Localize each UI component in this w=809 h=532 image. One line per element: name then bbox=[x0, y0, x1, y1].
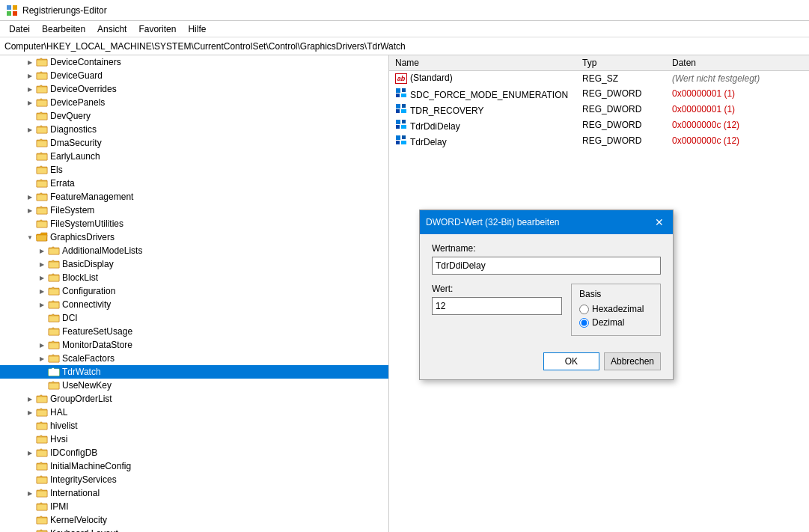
tree-label-BasicDisplay: BasicDisplay bbox=[62, 259, 114, 269]
expand-btn-DeviceOverrides[interactable] bbox=[24, 83, 36, 95]
tree-panel[interactable]: DeviceContainersDeviceGuardDeviceOverrid… bbox=[0, 55, 389, 532]
menu-hilfe[interactable]: Hilfe bbox=[182, 22, 212, 36]
svg-rect-8 bbox=[396, 104, 400, 108]
tree-item-Connectivity[interactable]: Connectivity bbox=[0, 298, 388, 311]
expand-btn-Diagnostics[interactable] bbox=[24, 123, 36, 135]
tree-item-ScaleFactors[interactable]: ScaleFactors bbox=[0, 352, 388, 365]
expand-btn-AdditionalModeLists[interactable] bbox=[36, 245, 48, 257]
tree-item-FeatureSetUsage[interactable]: FeatureSetUsage bbox=[0, 325, 388, 338]
tree-item-GraphicsDrivers[interactable]: GraphicsDrivers bbox=[0, 230, 388, 244]
tree-item-GroupOrderList[interactable]: GroupOrderList bbox=[0, 392, 388, 406]
expand-btn-DeviceContainers[interactable] bbox=[24, 56, 36, 68]
wertname-input[interactable] bbox=[432, 257, 661, 275]
tree-label-ScaleFactors: ScaleFactors bbox=[62, 353, 115, 364]
value-type: REG_SZ bbox=[576, 71, 666, 86]
radio-dec[interactable]: Dezimal bbox=[579, 317, 653, 328]
tree-item-IDConfigDB[interactable]: IDConfigDB bbox=[0, 446, 388, 459]
value-type: REG_DWORD bbox=[576, 133, 666, 149]
tree-item-FeatureManagement[interactable]: FeatureManagement bbox=[0, 190, 388, 204]
expand-btn-HAL[interactable] bbox=[24, 406, 36, 418]
expand-btn-BasicDisplay[interactable] bbox=[36, 258, 48, 270]
expand-btn-Configuration[interactable] bbox=[36, 285, 48, 297]
tree-item-hivelist[interactable]: hivelist bbox=[0, 419, 388, 432]
tree-item-Diagnostics[interactable]: Diagnostics bbox=[0, 123, 388, 136]
expand-btn-KeyboardLayout[interactable] bbox=[24, 528, 36, 532]
tree-label-BlockList: BlockList bbox=[62, 272, 98, 283]
cancel-button[interactable]: Abbrechen bbox=[604, 352, 661, 370]
tree-item-DeviceGuard[interactable]: DeviceGuard bbox=[0, 69, 388, 82]
tree-item-DeviceContainers[interactable]: DeviceContainers bbox=[0, 55, 388, 69]
table-row[interactable]: SDC_FORCE_MODE_ENUMERATIONREG_DWORD0x000… bbox=[389, 86, 809, 102]
table-row[interactable]: TdrDelayREG_DWORD0x0000000c (12) bbox=[389, 133, 809, 149]
tree-item-DevicePanels[interactable]: DevicePanels bbox=[0, 96, 388, 109]
tree-item-DeviceOverrides[interactable]: DeviceOverrides bbox=[0, 82, 388, 96]
radio-hex[interactable]: Hexadezimal bbox=[579, 304, 653, 314]
tree-item-International[interactable]: International bbox=[0, 486, 388, 500]
ok-button[interactable]: OK bbox=[543, 352, 599, 370]
tree-item-KernelVelocity[interactable]: KernelVelocity bbox=[0, 513, 388, 527]
tree-item-BlockList[interactable]: BlockList bbox=[0, 271, 388, 284]
tree-item-EarlyLaunch[interactable]: EarlyLaunch bbox=[0, 150, 388, 163]
app-title: Registrierungs-Editor bbox=[22, 5, 107, 16]
tree-item-DevQuery[interactable]: DevQuery bbox=[0, 109, 388, 123]
expand-btn-MonitorDataStore[interactable] bbox=[36, 339, 48, 351]
folder-icon-DeviceOverrides bbox=[36, 84, 48, 94]
svg-rect-19 bbox=[401, 141, 406, 144]
table-row[interactable]: TdrDdiDelayREG_DWORD0x0000000c (12) bbox=[389, 117, 809, 133]
expand-btn-ScaleFactors[interactable] bbox=[36, 352, 48, 364]
tree-item-FileSystemUtilities[interactable]: FileSystemUtilities bbox=[0, 217, 388, 230]
folder-icon-IDConfigDB bbox=[36, 447, 48, 458]
expand-btn-GraphicsDrivers[interactable] bbox=[24, 231, 36, 243]
tree-item-Configuration[interactable]: Configuration bbox=[0, 284, 388, 298]
tree-item-BasicDisplay[interactable]: BasicDisplay bbox=[0, 257, 388, 271]
menu-datei[interactable]: Datei bbox=[3, 22, 36, 36]
dialog-content: Wertname: Wert: Basis Hexadezimal Dezima… bbox=[420, 234, 673, 379]
svg-rect-6 bbox=[396, 94, 400, 97]
menu-ansicht[interactable]: Ansicht bbox=[91, 22, 132, 36]
folder-icon-UseNewKey bbox=[48, 380, 60, 391]
expand-btn-BlockList[interactable] bbox=[36, 272, 48, 284]
wert-input[interactable] bbox=[432, 297, 562, 315]
tree-label-Configuration: Configuration bbox=[62, 286, 115, 296]
tree-item-HAL[interactable]: HAL bbox=[0, 406, 388, 419]
menu-favoriten[interactable]: Favoriten bbox=[132, 22, 182, 36]
value-data: 0x00000001 (1) bbox=[666, 102, 809, 117]
expand-btn-IDConfigDB[interactable] bbox=[24, 447, 36, 459]
tree-item-InitialMachineConfig[interactable]: InitialMachineConfig bbox=[0, 459, 388, 473]
folder-icon-ScaleFactors bbox=[48, 353, 60, 364]
tree-item-KeyboardLayout[interactable]: Keyboard Layout bbox=[0, 527, 388, 532]
tree-item-AdditionalModeLists[interactable]: AdditionalModeLists bbox=[0, 244, 388, 257]
tree-item-DCI[interactable]: DCI bbox=[0, 311, 388, 325]
table-row[interactable]: TDR_RECOVERYREG_DWORD0x00000001 (1) bbox=[389, 102, 809, 117]
radio-hex-input[interactable] bbox=[579, 305, 589, 314]
expand-btn-GroupOrderList[interactable] bbox=[24, 393, 36, 405]
expand-btn-DevicePanels[interactable] bbox=[24, 97, 36, 108]
expand-btn-Connectivity[interactable] bbox=[36, 299, 48, 311]
expand-btn-FeatureManagement[interactable] bbox=[24, 191, 36, 203]
tree-item-Hvsi[interactable]: Hvsi bbox=[0, 432, 388, 446]
radio-dec-input[interactable] bbox=[579, 318, 589, 328]
tree-item-Errata[interactable]: Errata bbox=[0, 177, 388, 190]
tree-item-IntegrityServices[interactable]: IntegrityServices bbox=[0, 473, 388, 486]
tree-item-FileSystem[interactable]: FileSystem bbox=[0, 204, 388, 217]
expand-btn-DeviceGuard[interactable] bbox=[24, 70, 36, 82]
tree-label-DmaSecurity: DmaSecurity bbox=[50, 138, 102, 148]
edit-dialog: DWORD-Wert (32-Bit) bearbeiten ✕ Wertnam… bbox=[419, 210, 674, 380]
tree-item-Els[interactable]: Els bbox=[0, 163, 388, 177]
dialog-row: Wert: Basis Hexadezimal Dezimal bbox=[432, 284, 661, 336]
tree-item-MonitorDataStore[interactable]: MonitorDataStore bbox=[0, 338, 388, 352]
tree-label-IPMI: IPMI bbox=[50, 501, 69, 512]
tree-item-UseNewKey[interactable]: UseNewKey bbox=[0, 379, 388, 392]
expand-btn-FileSystem[interactable] bbox=[24, 204, 36, 216]
dialog-close-button[interactable]: ✕ bbox=[652, 215, 667, 230]
tree-label-TdrWatch: TdrWatch bbox=[62, 367, 101, 377]
table-row[interactable]: ab(Standard)REG_SZ(Wert nicht festgelegt… bbox=[389, 71, 809, 86]
tree-item-DmaSecurity[interactable]: DmaSecurity bbox=[0, 136, 388, 150]
tree-label-DevicePanels: DevicePanels bbox=[50, 97, 105, 108]
tree-label-FeatureSetUsage: FeatureSetUsage bbox=[62, 326, 132, 337]
dialog-title: DWORD-Wert (32-Bit) bearbeiten bbox=[426, 217, 560, 227]
tree-item-IPMI[interactable]: IPMI bbox=[0, 500, 388, 513]
menu-bearbeiten[interactable]: Bearbeiten bbox=[36, 22, 91, 36]
expand-btn-International[interactable] bbox=[24, 487, 36, 499]
tree-item-TdrWatch[interactable]: TdrWatch bbox=[0, 365, 388, 379]
